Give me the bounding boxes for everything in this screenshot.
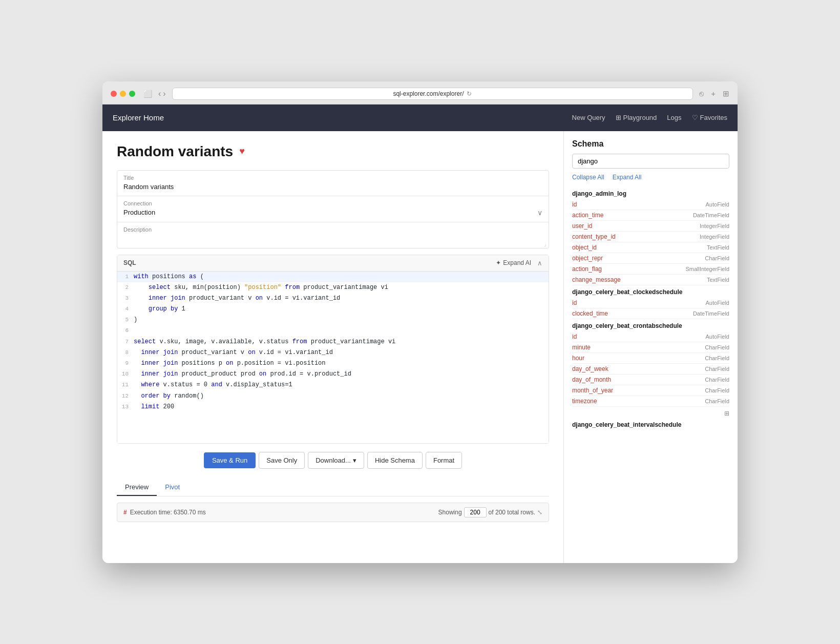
field-name-action-time[interactable]: action_time bbox=[572, 212, 603, 219]
field-name-timezone[interactable]: timezone bbox=[572, 398, 597, 405]
title-value[interactable]: Random variants bbox=[123, 183, 542, 191]
collapse-all-link[interactable]: Collapse All bbox=[572, 174, 604, 181]
schema-search-input[interactable] bbox=[572, 154, 729, 169]
code-line-4: 4 group by 1 bbox=[117, 304, 549, 315]
expand-ai-label: Expand AI bbox=[503, 259, 531, 266]
expand-all-link[interactable]: Expand All bbox=[613, 174, 642, 181]
field-name-object-repr[interactable]: object_repr bbox=[572, 255, 603, 262]
dropdown-arrow-icon[interactable]: ∨ bbox=[537, 209, 542, 217]
field-type-day-of-week: CharField bbox=[705, 366, 729, 372]
field-name-object-id[interactable]: object_id bbox=[572, 244, 597, 251]
field-name-day-of-week[interactable]: day_of_week bbox=[572, 365, 608, 372]
page-header: Random variants ♥ bbox=[117, 143, 549, 160]
sql-header[interactable]: SQL ✦ Expand AI ∧ bbox=[117, 255, 549, 272]
field-name-hour[interactable]: hour bbox=[572, 355, 584, 362]
expand-ai-button[interactable]: ✦ Expand AI bbox=[496, 259, 531, 266]
field-name-content-type-id[interactable]: content_type_id bbox=[572, 233, 616, 240]
playground-icon: ⊞ bbox=[616, 114, 621, 121]
field-type-clocked-time: DateTimeField bbox=[693, 310, 729, 317]
schema-field-day-of-month: day_of_month CharField bbox=[572, 375, 729, 385]
minimize-button[interactable] bbox=[120, 91, 126, 97]
download-button[interactable]: Download... ▾ bbox=[308, 452, 364, 469]
line-content-3: inner join product_variant v on v.id = v… bbox=[134, 293, 549, 304]
schema-expand-icon[interactable]: ⊞ bbox=[724, 410, 729, 417]
field-name-minute[interactable]: minute bbox=[572, 344, 591, 351]
collapse-icon[interactable]: ∧ bbox=[537, 259, 542, 267]
field-name-change-message[interactable]: change_message bbox=[572, 276, 621, 283]
code-line-10: 10 inner join product_product prod on pr… bbox=[117, 369, 549, 380]
field-type-action-time: DateTimeField bbox=[693, 212, 729, 218]
field-name-crontab-id[interactable]: id bbox=[572, 333, 577, 340]
showing-rows: Showing of 200 total rows. ⤡ bbox=[438, 507, 542, 517]
line-num-5: 5 bbox=[117, 316, 134, 325]
refresh-icon[interactable]: ↻ bbox=[467, 90, 472, 97]
new-tab-icon[interactable]: + bbox=[711, 89, 716, 98]
line-content-6 bbox=[134, 325, 549, 336]
field-name-action-flag[interactable]: action_flag bbox=[572, 265, 602, 273]
showing-value-input[interactable] bbox=[464, 507, 487, 517]
close-button[interactable] bbox=[111, 91, 117, 97]
new-query-link[interactable]: New Query bbox=[572, 114, 605, 121]
field-name-id[interactable]: id bbox=[572, 201, 577, 208]
favorite-icon[interactable]: ♥ bbox=[239, 146, 245, 157]
resize-handle-icon: ⌟ bbox=[544, 241, 547, 247]
save-only-button[interactable]: Save Only bbox=[259, 452, 305, 469]
field-name-clocked-time[interactable]: clocked_time bbox=[572, 310, 608, 317]
table-name-crontab[interactable]: django_celery_beat_crontabschedule bbox=[572, 319, 729, 331]
line-num-11: 11 bbox=[117, 381, 134, 390]
tab-preview[interactable]: Preview bbox=[117, 479, 157, 496]
schema-field-clocked-time: clocked_time DateTimeField bbox=[572, 308, 729, 319]
code-line-3: 3 inner join product_variant v on v.id =… bbox=[117, 293, 549, 304]
code-editor[interactable]: 1 with positions as ( 2 select sku, min(… bbox=[117, 272, 549, 443]
field-name-day-of-month[interactable]: day_of_month bbox=[572, 376, 611, 383]
share-icon[interactable]: ⎋ bbox=[699, 89, 704, 98]
sql-label: SQL bbox=[123, 259, 136, 266]
expand-ai-icon: ✦ bbox=[496, 259, 501, 266]
logs-link[interactable]: Logs bbox=[667, 114, 681, 121]
line-content-5: ) bbox=[134, 315, 549, 325]
schema-field-timezone: timezone CharField bbox=[572, 396, 729, 407]
favorites-link[interactable]: ♡ Favorites bbox=[692, 114, 727, 121]
url-text: sql-explorer.com/explorer/ bbox=[393, 90, 464, 97]
tab-pivot[interactable]: Pivot bbox=[157, 479, 188, 496]
download-label: Download... bbox=[316, 456, 351, 464]
schema-field-action-flag: action_flag SmallIntegerField bbox=[572, 264, 729, 275]
field-type-month-of-year: CharField bbox=[705, 387, 729, 393]
playground-link[interactable]: ⊞ Playground bbox=[616, 114, 657, 121]
back-button[interactable]: ‹ bbox=[158, 89, 161, 98]
forward-button[interactable]: › bbox=[163, 89, 165, 98]
table-name-django-admin-log[interactable]: django_admin_log bbox=[572, 187, 729, 199]
field-type-day-of-month: CharField bbox=[705, 377, 729, 383]
schema-panel: Schema Collapse All Expand All django_ad… bbox=[563, 131, 738, 563]
grid-icon[interactable]: ⊞ bbox=[723, 89, 729, 98]
format-button[interactable]: Format bbox=[426, 452, 462, 469]
table-name-interval[interactable]: django_celery_beat_intervalschedule bbox=[572, 418, 729, 430]
line-content-8: inner join product_variant v on v.id = v… bbox=[134, 347, 549, 358]
tab-preview-label: Preview bbox=[125, 483, 149, 491]
schema-actions: Collapse All Expand All bbox=[572, 174, 729, 181]
browser-nav-buttons: ‹ › bbox=[158, 89, 166, 98]
schema-field-action-time: action_time DateTimeField bbox=[572, 210, 729, 221]
connection-row: Production ∨ bbox=[123, 209, 542, 217]
schema-field-user-id: user_id IntegerField bbox=[572, 221, 729, 232]
result-tabs: Preview Pivot bbox=[117, 479, 549, 496]
code-line-2: 2 select sku, min(position) "position" f… bbox=[117, 282, 549, 293]
table-name-clocked[interactable]: django_celery_beat_clockedschedule bbox=[572, 285, 729, 298]
field-name-clocked-id[interactable]: id bbox=[572, 299, 577, 306]
line-content-2: select sku, min(position) "position" fro… bbox=[134, 282, 549, 293]
tab-pivot-label: Pivot bbox=[165, 483, 180, 491]
hide-schema-button[interactable]: Hide Schema bbox=[367, 452, 423, 469]
url-bar[interactable]: sql-explorer.com/explorer/ ↻ bbox=[172, 88, 694, 100]
connection-value[interactable]: Production bbox=[123, 209, 155, 216]
schema-table-crontab: django_celery_beat_crontabschedule id Au… bbox=[572, 319, 729, 418]
expand-results-icon[interactable]: ⤡ bbox=[537, 509, 542, 516]
description-label: Description bbox=[123, 226, 542, 233]
code-line-9: 9 inner join positions p on p.position =… bbox=[117, 358, 549, 369]
sql-section: SQL ✦ Expand AI ∧ 1 with positions as ( bbox=[117, 255, 549, 444]
field-name-month-of-year[interactable]: month_of_year bbox=[572, 387, 613, 394]
sidebar-toggle-icon[interactable]: ⬜ bbox=[143, 90, 152, 98]
app-title[interactable]: Explorer Home bbox=[113, 113, 164, 122]
field-name-user-id[interactable]: user_id bbox=[572, 222, 592, 230]
save-run-button[interactable]: Save & Run bbox=[204, 452, 256, 468]
fullscreen-button[interactable] bbox=[129, 91, 135, 97]
